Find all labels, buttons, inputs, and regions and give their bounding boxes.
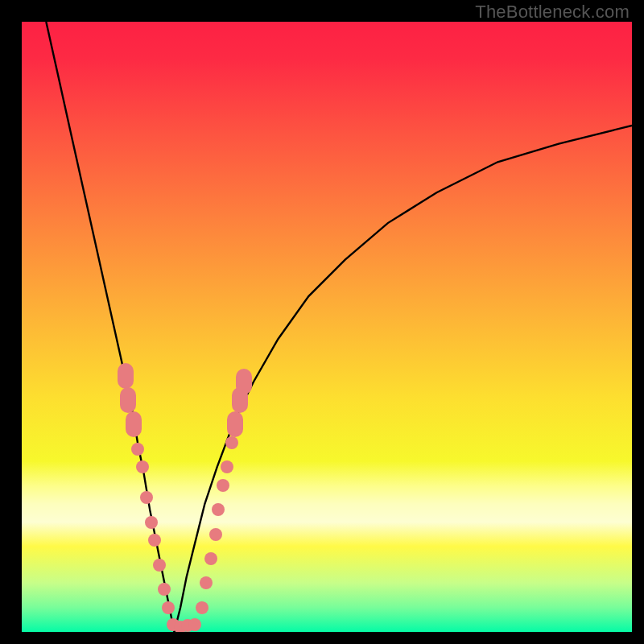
- plot-area: [22, 22, 632, 632]
- highlight-dot: [162, 601, 175, 614]
- highlight-dot: [153, 559, 166, 572]
- highlight-dot: [145, 516, 158, 529]
- highlight-dot: [209, 528, 222, 541]
- highlight-dot: [227, 411, 243, 437]
- bottleneck-curve: [22, 22, 632, 632]
- highlight-dot: [225, 436, 238, 449]
- highlight-dot: [118, 363, 134, 389]
- watermark-text: TheBottleneck.com: [475, 2, 630, 23]
- highlight-dot: [126, 411, 142, 437]
- highlight-dot: [221, 460, 233, 473]
- highlight-dot: [131, 443, 144, 456]
- highlight-dot: [204, 552, 217, 565]
- highlight-dot: [236, 369, 252, 394]
- highlight-dot: [120, 387, 136, 413]
- highlight-dot: [196, 601, 208, 614]
